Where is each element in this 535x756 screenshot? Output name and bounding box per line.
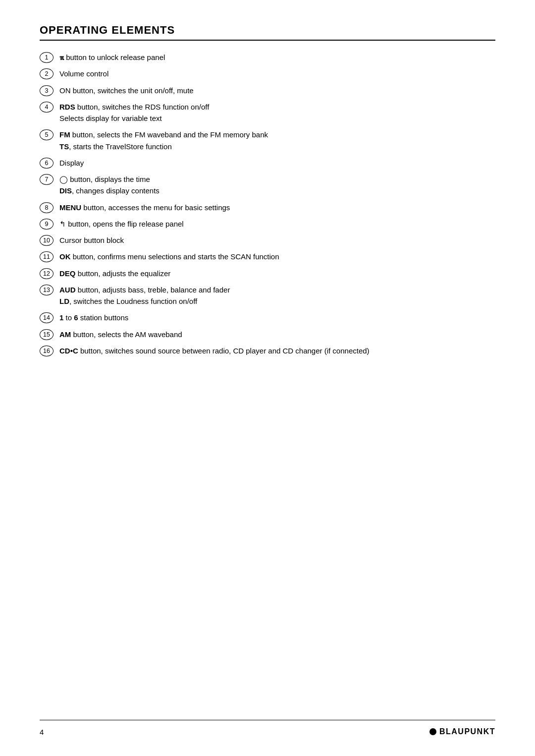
list-item: 3ON button, switches the unit on/off, mu… bbox=[40, 85, 495, 96]
item-number-1: 1 bbox=[40, 52, 54, 63]
item-text-4: RDS button, switches the RDS function on… bbox=[59, 101, 495, 124]
list-item: 15AM button, selects the AM waveband bbox=[40, 329, 495, 340]
list-item: 141 to 6 station buttons bbox=[40, 312, 495, 323]
item-text-15: AM button, selects the AM waveband bbox=[59, 329, 495, 340]
list-item: 2Volume control bbox=[40, 68, 495, 79]
item-text-7: ◯ button, displays the timeDIS, changes … bbox=[59, 174, 495, 197]
list-item: 8MENU button, accesses the menu for basi… bbox=[40, 202, 495, 213]
operating-elements-list: 1ℼ button to unlock release panel2Volume… bbox=[40, 52, 495, 356]
item-number-15: 15 bbox=[40, 329, 54, 340]
footer-rule bbox=[40, 720, 495, 720]
brand-logo: BLAUPUNKT bbox=[429, 727, 495, 736]
list-item: 11OK button, confirms menu selections an… bbox=[40, 251, 495, 262]
item-text-1: ℼ button to unlock release panel bbox=[59, 52, 495, 63]
page-number: 4 bbox=[40, 728, 44, 736]
footer: 4 BLAUPUNKT bbox=[40, 727, 495, 736]
list-item: 7◯ button, displays the timeDIS, changes… bbox=[40, 174, 495, 197]
item-number-5: 5 bbox=[40, 129, 54, 140]
list-item: 4RDS button, switches the RDS function o… bbox=[40, 101, 495, 124]
item-number-9: 9 bbox=[40, 219, 54, 230]
item-number-12: 12 bbox=[40, 268, 54, 279]
list-item: 13AUD button, adjusts bass, treble, bala… bbox=[40, 284, 495, 307]
list-item: 12DEQ button, adjusts the equalizer bbox=[40, 268, 495, 279]
item-number-10: 10 bbox=[40, 235, 54, 246]
list-item: 10Cursor button block bbox=[40, 234, 495, 246]
item-number-11: 11 bbox=[40, 251, 54, 262]
item-text-3: ON button, switches the unit on/off, mut… bbox=[59, 85, 495, 96]
item-number-8: 8 bbox=[40, 202, 54, 213]
item-text-10: Cursor button block bbox=[59, 234, 495, 246]
list-item: 16CD•C button, switches sound source bet… bbox=[40, 345, 495, 356]
item-number-14: 14 bbox=[40, 312, 54, 323]
item-text-9: ↰ button, opens the flip release panel bbox=[59, 218, 495, 230]
item-number-4: 4 bbox=[40, 102, 54, 113]
item-text-12: DEQ button, adjusts the equalizer bbox=[59, 268, 495, 279]
list-item: 1ℼ button to unlock release panel bbox=[40, 52, 495, 63]
item-number-7: 7 bbox=[40, 174, 54, 185]
brand-dot-icon bbox=[429, 728, 436, 735]
item-number-2: 2 bbox=[40, 68, 54, 79]
item-text-11: OK button, confirms menu selections and … bbox=[59, 251, 495, 262]
title-divider bbox=[40, 40, 495, 41]
list-item: 9↰ button, opens the flip release panel bbox=[40, 218, 495, 230]
item-number-3: 3 bbox=[40, 85, 54, 96]
item-number-13: 13 bbox=[40, 285, 54, 295]
item-text-14: 1 to 6 station buttons bbox=[59, 312, 495, 323]
item-text-5: FM button, selects the FM waveband and t… bbox=[59, 129, 495, 152]
item-text-2: Volume control bbox=[59, 68, 495, 79]
item-text-8: MENU button, accesses the menu for basic… bbox=[59, 202, 495, 213]
item-text-16: CD•C button, switches sound source betwe… bbox=[59, 345, 495, 356]
page-title: OPERATING ELEMENTS bbox=[40, 24, 495, 37]
item-number-6: 6 bbox=[40, 158, 54, 169]
item-text-13: AUD button, adjusts bass, treble, balanc… bbox=[59, 284, 495, 307]
item-text-6: Display bbox=[59, 157, 495, 169]
list-item: 6Display bbox=[40, 157, 495, 169]
brand-name: BLAUPUNKT bbox=[439, 727, 495, 736]
item-number-16: 16 bbox=[40, 346, 54, 356]
list-item: 5FM button, selects the FM waveband and … bbox=[40, 129, 495, 152]
